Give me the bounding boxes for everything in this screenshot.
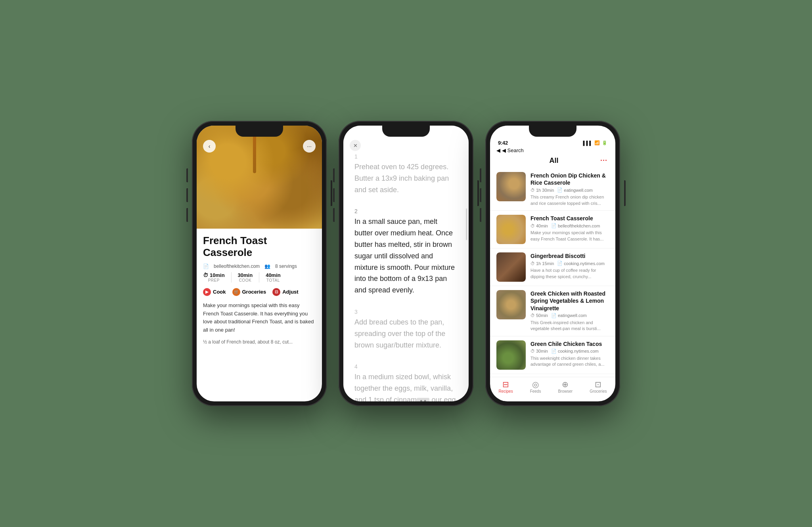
recipe-thumbnail: [496, 252, 526, 282]
signal-icon: ▌▌▌: [583, 141, 592, 145]
step-text-3: Add bread cubes to the pan, spreading ov…: [354, 317, 458, 351]
phone-3: 9:42 ▌▌▌ 📶 🔋 ◀ ◀ Search All ···: [485, 121, 620, 406]
instructions-screen: ✕ 1 Preheat oven to 425 degrees. Butter …: [343, 126, 469, 401]
groceries-button[interactable]: 🛒 Groceries: [232, 288, 266, 296]
time-info: ⏱ 30min: [530, 349, 548, 353]
recipe-name: Gingerbread Biscotti: [530, 252, 609, 260]
recipe-list-item[interactable]: French Toast Casserole ⏱ 40min 📄 belleof…: [490, 211, 615, 248]
step-4: 4 In a medium sized bowl, whisk together…: [354, 363, 458, 401]
instructions-list[interactable]: 1 Preheat oven to 425 degrees. Butter a …: [343, 126, 469, 401]
recipe-info: French Onion Dip Chicken & Rice Casserol…: [530, 172, 609, 206]
close-button[interactable]: ✕: [350, 140, 361, 151]
time-info: ⏱ 40min: [530, 223, 548, 228]
step-3: 3 Add bread cubes to the pan, spreading …: [354, 309, 458, 351]
source-icon: 📄: [551, 223, 557, 228]
back-search[interactable]: ◀ ◀ Search: [490, 147, 615, 155]
recipe-snippet: This weeknight chicken dinner takes adva…: [530, 355, 609, 368]
recipe-name: Greek Chicken with Roasted Spring Vegeta…: [530, 290, 609, 312]
recipe-info: Green Chile Chicken Tacos ⏱ 30min 📄 cook…: [530, 340, 609, 370]
recipe-snippet: This creamy French onion dip chicken and…: [530, 194, 609, 206]
step-2: 2 In a small sauce pan, melt butter over…: [354, 208, 458, 296]
source-url: belleofthekitchen.com: [214, 264, 260, 269]
recipes-icon: ⊟: [502, 380, 509, 388]
time-info: ⏱ 50min: [530, 313, 548, 318]
back-button[interactable]: ‹: [203, 140, 216, 153]
food-photo: [197, 126, 322, 229]
recipe-snippet: Have a hot cup of coffee ready for dippi…: [530, 267, 609, 280]
recipe-thumbnail: [496, 215, 526, 244]
recipe-source: ⏱ 1h 30min 📄 eatingwell.com: [530, 187, 609, 193]
clock-icon: ⏱: [530, 313, 535, 318]
prep-time: ⏱ 10min PREP: [203, 272, 232, 283]
adjust-icon: ⊡: [272, 288, 280, 296]
more-button[interactable]: ···: [600, 157, 607, 165]
recipe-name: French Onion Dip Chicken & Rice Casserol…: [530, 172, 609, 186]
recipe-title: French Toast Casserole: [203, 235, 316, 259]
recipe-list-item[interactable]: French Onion Dip Chicken & Rice Casserol…: [490, 168, 615, 211]
groceries-nav-icon: ⊡: [595, 380, 601, 388]
source-info: 📄 cooking.nytimes.com: [551, 349, 599, 354]
back-chevron-icon: ◀: [496, 147, 500, 153]
clock-icon: ⏱: [530, 223, 535, 228]
clock-icon: ⏱: [530, 349, 535, 353]
recipe-list-item[interactable]: Gingerbread Biscotti ⏱ 1h 15min 📄 cookin…: [490, 248, 615, 286]
recipe-name: French Toast Casserole: [530, 215, 609, 222]
source-info: 📄 eatingwell.com: [551, 313, 587, 318]
recipe-source: ⏱ 30min 📄 cooking.nytimes.com: [530, 349, 609, 354]
step-number-1: 1: [354, 153, 458, 160]
recipe-list-item[interactable]: Grilled Asparagus With Lemon Dressing ⏱ …: [490, 374, 615, 377]
recipe-hero-image: [197, 126, 322, 229]
adjust-button[interactable]: ⊡ Adjust: [272, 288, 298, 296]
servings-icon: 👥: [264, 264, 270, 269]
clock-icon: ⏱: [530, 188, 535, 193]
battery-icon: 🔋: [602, 140, 607, 145]
source-icon: 📄: [551, 313, 557, 318]
more-options-button[interactable]: ···: [303, 140, 316, 153]
step-number-2: 2: [354, 208, 458, 214]
status-icons: ▌▌▌ 📶 🔋: [583, 140, 607, 145]
scroll-indicator: [466, 208, 467, 240]
cook-time: 30min COOK: [238, 272, 260, 283]
recipe-description: Make your mornings special with this eas…: [203, 302, 316, 334]
cook-button[interactable]: ▶ Cook: [203, 288, 226, 296]
recipe-list-screen: 9:42 ▌▌▌ 📶 🔋 ◀ ◀ Search All ···: [490, 126, 615, 401]
nav-feeds[interactable]: ◎ Feeds: [530, 380, 541, 393]
notch: [382, 126, 430, 137]
recipe-thumbnail: [496, 172, 526, 201]
browser-icon: ⊕: [562, 380, 569, 388]
recipe-list-item[interactable]: Green Chile Chicken Tacos ⏱ 30min 📄 cook…: [490, 336, 615, 374]
source-icon: 📄: [557, 187, 563, 193]
step-text-1: Preheat oven to 425 degrees. Butter a 13…: [354, 161, 458, 195]
nav-browser[interactable]: ⊕ Browser: [558, 380, 573, 393]
step-number-4: 4: [354, 363, 458, 370]
nav-recipes[interactable]: ⊟ Recipes: [499, 380, 513, 393]
recipe-info: Greek Chicken with Roasted Spring Vegeta…: [530, 290, 609, 332]
recipe-thumbnail: [496, 290, 526, 319]
recipe-snippet: This Greek-inspired chicken and vegetabl…: [530, 320, 609, 332]
wifi-icon: 📶: [594, 140, 600, 145]
step-text-2: In a small sauce pan, melt butter over m…: [354, 216, 458, 296]
step-1: 1 Preheat oven to 425 degrees. Butter a …: [354, 153, 458, 195]
step-number-3: 3: [354, 309, 458, 315]
recipe-list-item[interactable]: Greek Chicken with Roasted Spring Vegeta…: [490, 286, 615, 336]
groceries-icon: 🛒: [232, 288, 240, 296]
notch: [236, 126, 283, 137]
clock-icon: ⏱: [203, 272, 208, 278]
clock-icon: ⏱: [530, 261, 535, 266]
recipe-detail-screen: ‹ ··· French Toast Casserole 📄 belleofth…: [197, 126, 322, 401]
servings: 8 servings: [275, 264, 297, 269]
cook-icon: ▶: [203, 288, 211, 296]
notch: [529, 126, 576, 137]
source-icon: 📄: [557, 261, 563, 266]
recipe-times: ⏱ 10min PREP 30min COOK 40min TOTAL: [203, 272, 316, 283]
time-info: ⏱ 1h 30min: [530, 188, 554, 193]
total-time: 40min TOTAL: [266, 272, 287, 283]
source-info: 📄 eatingwell.com: [557, 187, 593, 193]
nav-groceries[interactable]: ⊡ Groceries: [590, 380, 607, 393]
recipe-list: French Onion Dip Chicken & Rice Casserol…: [490, 168, 615, 377]
phone-2: ✕ 1 Preheat oven to 425 degrees. Butter …: [339, 121, 473, 406]
recipe-source: ⏱ 40min 📄 belleofthekitchen.com: [530, 223, 609, 228]
recipe-source: ⏱ 1h 15min 📄 cooking.nytimes.com: [530, 261, 609, 266]
phone-1: ‹ ··· French Toast Casserole 📄 belleofth…: [192, 121, 327, 406]
source-icon: 📄: [551, 349, 557, 354]
